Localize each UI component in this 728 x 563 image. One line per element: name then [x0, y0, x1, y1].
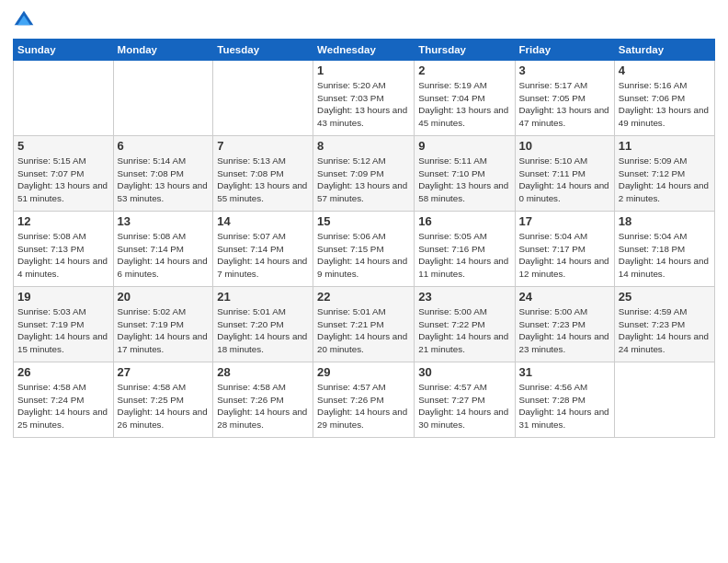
day-info: Sunrise: 5:10 AM Sunset: 7:11 PM Dayligh… — [519, 155, 610, 205]
day-cell: 27Sunrise: 4:58 AM Sunset: 7:25 PM Dayli… — [113, 362, 213, 438]
day-info: Sunrise: 4:58 AM Sunset: 7:25 PM Dayligh… — [118, 381, 210, 431]
weekday-header-wednesday: Wednesday — [313, 40, 415, 61]
week-row-5: 26Sunrise: 4:58 AM Sunset: 7:24 PM Dayli… — [14, 362, 715, 438]
day-cell: 20Sunrise: 5:02 AM Sunset: 7:19 PM Dayli… — [113, 287, 213, 362]
day-cell: 26Sunrise: 4:58 AM Sunset: 7:24 PM Dayli… — [14, 362, 114, 438]
day-cell — [614, 362, 714, 438]
day-cell: 9Sunrise: 5:11 AM Sunset: 7:10 PM Daylig… — [415, 136, 515, 212]
day-info: Sunrise: 5:00 AM Sunset: 7:22 PM Dayligh… — [418, 305, 510, 356]
day-cell: 30Sunrise: 4:57 AM Sunset: 7:27 PM Dayli… — [415, 362, 515, 438]
week-row-2: 5Sunrise: 5:15 AM Sunset: 7:07 PM Daylig… — [14, 136, 715, 212]
day-number: 15 — [317, 214, 410, 228]
day-cell: 15Sunrise: 5:06 AM Sunset: 7:15 PM Dayli… — [313, 212, 415, 287]
day-number: 20 — [118, 290, 210, 304]
week-row-4: 19Sunrise: 5:03 AM Sunset: 7:19 PM Dayli… — [14, 287, 715, 362]
day-number: 23 — [418, 290, 510, 304]
day-number: 29 — [317, 365, 410, 379]
day-info: Sunrise: 5:20 AM Sunset: 7:03 PM Dayligh… — [317, 79, 410, 130]
day-cell — [213, 61, 313, 136]
day-cell: 2Sunrise: 5:19 AM Sunset: 7:04 PM Daylig… — [415, 61, 515, 136]
day-cell: 17Sunrise: 5:04 AM Sunset: 7:17 PM Dayli… — [515, 212, 614, 287]
day-number: 11 — [619, 139, 711, 153]
day-number: 1 — [317, 63, 410, 77]
day-info: Sunrise: 5:04 AM Sunset: 7:18 PM Dayligh… — [619, 230, 711, 281]
day-cell — [14, 61, 114, 136]
day-number: 22 — [317, 290, 410, 304]
header — [13, 9, 715, 31]
day-cell: 5Sunrise: 5:15 AM Sunset: 7:07 PM Daylig… — [14, 136, 114, 212]
day-cell: 25Sunrise: 4:59 AM Sunset: 7:23 PM Dayli… — [614, 287, 714, 362]
day-cell: 7Sunrise: 5:13 AM Sunset: 7:08 PM Daylig… — [213, 136, 313, 212]
day-number: 8 — [317, 139, 410, 153]
day-info: Sunrise: 5:11 AM Sunset: 7:10 PM Dayligh… — [418, 155, 510, 205]
day-number: 26 — [17, 365, 109, 379]
day-info: Sunrise: 4:57 AM Sunset: 7:27 PM Dayligh… — [418, 381, 510, 431]
day-info: Sunrise: 5:01 AM Sunset: 7:20 PM Dayligh… — [217, 305, 309, 356]
day-number: 5 — [17, 139, 109, 153]
day-cell: 8Sunrise: 5:12 AM Sunset: 7:09 PM Daylig… — [313, 136, 415, 212]
day-number: 9 — [418, 139, 510, 153]
day-number: 30 — [418, 365, 510, 379]
weekday-header-tuesday: Tuesday — [213, 40, 313, 61]
day-number: 6 — [118, 139, 210, 153]
day-info: Sunrise: 5:12 AM Sunset: 7:09 PM Dayligh… — [317, 155, 410, 205]
day-info: Sunrise: 5:06 AM Sunset: 7:15 PM Dayligh… — [317, 230, 410, 281]
day-cell: 13Sunrise: 5:08 AM Sunset: 7:14 PM Dayli… — [113, 212, 213, 287]
day-cell: 29Sunrise: 4:57 AM Sunset: 7:26 PM Dayli… — [313, 362, 415, 438]
day-info: Sunrise: 4:59 AM Sunset: 7:23 PM Dayligh… — [619, 305, 711, 356]
day-number: 27 — [118, 365, 210, 379]
day-info: Sunrise: 5:09 AM Sunset: 7:12 PM Dayligh… — [619, 155, 711, 205]
day-info: Sunrise: 5:02 AM Sunset: 7:19 PM Dayligh… — [118, 305, 210, 356]
weekday-header-sunday: Sunday — [14, 40, 114, 61]
day-info: Sunrise: 4:57 AM Sunset: 7:26 PM Dayligh… — [317, 381, 410, 431]
day-number: 28 — [217, 365, 309, 379]
calendar-table: SundayMondayTuesdayWednesdayThursdayFrid… — [13, 39, 715, 438]
day-number: 19 — [17, 290, 109, 304]
day-number: 25 — [619, 290, 711, 304]
day-number: 3 — [519, 63, 610, 77]
day-number: 21 — [217, 290, 309, 304]
day-number: 14 — [217, 214, 309, 228]
day-info: Sunrise: 5:14 AM Sunset: 7:08 PM Dayligh… — [118, 155, 210, 205]
day-cell: 11Sunrise: 5:09 AM Sunset: 7:12 PM Dayli… — [614, 136, 714, 212]
day-number: 10 — [519, 139, 610, 153]
day-info: Sunrise: 5:04 AM Sunset: 7:17 PM Dayligh… — [519, 230, 610, 281]
logo — [13, 9, 39, 31]
day-number: 4 — [619, 63, 711, 77]
day-number: 18 — [619, 214, 711, 228]
day-cell: 28Sunrise: 4:58 AM Sunset: 7:26 PM Dayli… — [213, 362, 313, 438]
day-number: 16 — [418, 214, 510, 228]
day-cell — [113, 61, 213, 136]
day-info: Sunrise: 4:58 AM Sunset: 7:26 PM Dayligh… — [217, 381, 309, 431]
day-info: Sunrise: 5:08 AM Sunset: 7:14 PM Dayligh… — [118, 230, 210, 281]
day-info: Sunrise: 4:58 AM Sunset: 7:24 PM Dayligh… — [17, 381, 109, 431]
day-info: Sunrise: 5:08 AM Sunset: 7:13 PM Dayligh… — [17, 230, 109, 281]
day-cell: 18Sunrise: 5:04 AM Sunset: 7:18 PM Dayli… — [614, 212, 714, 287]
day-cell: 19Sunrise: 5:03 AM Sunset: 7:19 PM Dayli… — [14, 287, 114, 362]
day-info: Sunrise: 5:17 AM Sunset: 7:05 PM Dayligh… — [519, 79, 610, 130]
day-cell: 24Sunrise: 5:00 AM Sunset: 7:23 PM Dayli… — [515, 287, 614, 362]
day-cell: 6Sunrise: 5:14 AM Sunset: 7:08 PM Daylig… — [113, 136, 213, 212]
logo-icon — [13, 9, 35, 31]
day-info: Sunrise: 5:13 AM Sunset: 7:08 PM Dayligh… — [217, 155, 309, 205]
day-cell: 31Sunrise: 4:56 AM Sunset: 7:28 PM Dayli… — [515, 362, 614, 438]
day-info: Sunrise: 5:03 AM Sunset: 7:19 PM Dayligh… — [17, 305, 109, 356]
day-cell: 14Sunrise: 5:07 AM Sunset: 7:14 PM Dayli… — [213, 212, 313, 287]
day-number: 17 — [519, 214, 610, 228]
weekday-header-saturday: Saturday — [614, 40, 714, 61]
day-cell: 16Sunrise: 5:05 AM Sunset: 7:16 PM Dayli… — [415, 212, 515, 287]
day-cell: 22Sunrise: 5:01 AM Sunset: 7:21 PM Dayli… — [313, 287, 415, 362]
day-info: Sunrise: 5:05 AM Sunset: 7:16 PM Dayligh… — [418, 230, 510, 281]
day-info: Sunrise: 4:56 AM Sunset: 7:28 PM Dayligh… — [519, 381, 610, 431]
day-cell: 21Sunrise: 5:01 AM Sunset: 7:20 PM Dayli… — [213, 287, 313, 362]
day-info: Sunrise: 5:16 AM Sunset: 7:06 PM Dayligh… — [619, 79, 711, 130]
day-number: 24 — [519, 290, 610, 304]
weekday-header-row: SundayMondayTuesdayWednesdayThursdayFrid… — [14, 40, 715, 61]
day-info: Sunrise: 5:15 AM Sunset: 7:07 PM Dayligh… — [17, 155, 109, 205]
weekday-header-friday: Friday — [515, 40, 614, 61]
day-cell: 12Sunrise: 5:08 AM Sunset: 7:13 PM Dayli… — [14, 212, 114, 287]
day-number: 7 — [217, 139, 309, 153]
page-container: SundayMondayTuesdayWednesdayThursdayFrid… — [0, 0, 728, 563]
week-row-1: 1Sunrise: 5:20 AM Sunset: 7:03 PM Daylig… — [14, 61, 715, 136]
day-number: 2 — [418, 63, 510, 77]
